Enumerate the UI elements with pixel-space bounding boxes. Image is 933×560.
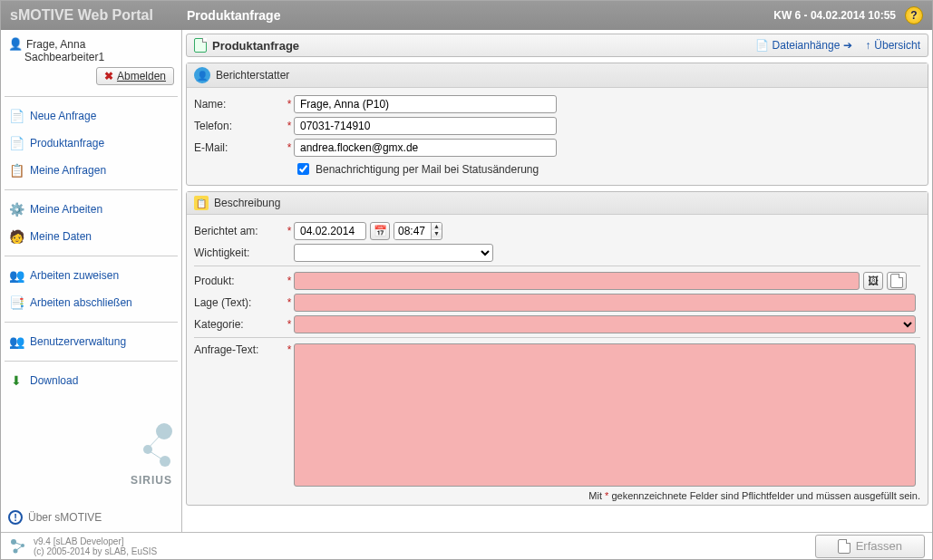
reported-time-spinner[interactable]: ▲▼ <box>394 222 442 240</box>
app-name: sMOTIVE Web Portal <box>10 7 187 24</box>
content-title: Produktanfrage <box>212 39 299 53</box>
calendar-icon[interactable]: 📅 <box>370 222 390 240</box>
content-header: Produktanfrage 📄 Dateianhänge ➔ ↑ Übersi… <box>186 34 928 57</box>
svg-line-1 <box>147 449 165 461</box>
category-select[interactable] <box>294 315 916 333</box>
version-text: v9.4 [sLAB Developer] <box>34 536 157 546</box>
request-text-input[interactable] <box>294 343 916 487</box>
description-heading: Beschreibung <box>214 197 280 209</box>
person-icon: 🧑 <box>8 228 24 245</box>
complete-icon: 📑 <box>8 294 24 311</box>
submit-doc-icon <box>838 539 850 554</box>
product-picker-icon[interactable]: 🖼 <box>863 272 883 290</box>
svg-line-6 <box>15 546 23 551</box>
phone-label: Telefon: <box>194 120 285 132</box>
reporter-icon: 👤 <box>194 67 210 83</box>
text-label: Anfrage-Text: <box>194 343 285 356</box>
phone-input[interactable] <box>294 117 557 135</box>
required-hint: Mit * gekennzeichnete Felder sind Pflich… <box>194 490 920 501</box>
reported-date-input[interactable] <box>294 222 366 240</box>
product-doc-icon[interactable] <box>887 272 907 290</box>
product-request-icon: 📄 <box>8 135 24 151</box>
user-name: Frage, Anna <box>26 38 85 51</box>
reported-label: Berichtet am: <box>194 225 285 237</box>
time-down-icon[interactable]: ▼ <box>432 230 442 237</box>
sidebar-item-meine-daten[interactable]: 🧑Meine Daten <box>5 223 178 250</box>
footer-logo <box>8 536 28 556</box>
download-icon: ⬇ <box>8 372 24 389</box>
name-input[interactable] <box>294 95 557 113</box>
submit-button[interactable]: Erfassen <box>815 535 925 558</box>
description-panel: 📋 Beschreibung Berichtet am: * 📅 ▲▼ Wich… <box>186 191 928 506</box>
name-label: Name: <box>194 98 285 111</box>
sidebar-item-arbeiten-abschliessen[interactable]: 📑Arbeiten abschließen <box>5 289 178 316</box>
new-request-icon: 📄 <box>8 108 24 124</box>
sidebar-item-meine-anfragen[interactable]: 📋Meine Anfragen <box>5 157 178 184</box>
notify-checkbox-row[interactable]: Benachrichtigung per Mail bei Statusände… <box>294 160 539 178</box>
reported-time-input[interactable] <box>394 223 431 239</box>
sidebar-item-download[interactable]: ⬇Download <box>5 367 178 394</box>
location-input[interactable] <box>294 294 916 312</box>
help-icon[interactable]: ? <box>905 6 923 24</box>
sidebar-item-benutzerverwaltung[interactable]: 👥Benutzerverwaltung <box>5 328 178 355</box>
user-icon: 👤 <box>8 37 23 51</box>
description-icon: 📋 <box>194 196 209 210</box>
user-role: Sachbearbeiter1 <box>24 51 174 63</box>
sidebar-item-arbeiten-zuweisen[interactable]: 👥Arbeiten zuweisen <box>5 262 178 289</box>
my-requests-icon: 📋 <box>8 162 24 179</box>
users-icon: 👥 <box>8 333 24 350</box>
arrow-right-icon: ➔ <box>843 39 852 52</box>
footer: v9.4 [sLAB Developer] (c) 2005-2014 by s… <box>1 532 932 559</box>
reporter-panel: 👤 Berichterstatter Name: * Telefon: * E-… <box>186 63 928 186</box>
sirius-logo: SIRIUS <box>118 420 172 487</box>
category-label: Kategorie: <box>194 318 285 331</box>
overview-link[interactable]: ↑ Übersicht <box>865 39 920 52</box>
reporter-heading: Berichterstatter <box>216 69 289 82</box>
notify-label: Benachrichtigung per Mail bei Statusände… <box>316 163 539 176</box>
info-icon: ! <box>8 510 23 525</box>
sidebar: 👤 Frage, Anna Sachbearbeiter1 ✖ Abmelden… <box>1 30 182 532</box>
logout-label: Abmelden <box>117 70 166 82</box>
notify-checkbox[interactable] <box>297 163 309 175</box>
sidebar-item-meine-arbeiten[interactable]: ⚙️Meine Arbeiten <box>5 196 178 223</box>
product-label: Produkt: <box>194 275 285 287</box>
timestamp: KW 6 - 04.02.2014 10:55 <box>773 9 896 22</box>
sidebar-item-produktanfrage[interactable]: 📄Produktanfrage <box>5 130 178 157</box>
document-icon <box>194 38 207 53</box>
time-up-icon[interactable]: ▲ <box>432 223 442 230</box>
logout-button[interactable]: ✖ Abmelden <box>96 67 174 85</box>
gear-icon: ⚙️ <box>8 201 24 217</box>
importance-label: Wichtigkeit: <box>194 246 285 259</box>
page-title: Produktanfrage <box>187 8 280 23</box>
product-input[interactable] <box>294 272 860 290</box>
about-link[interactable]: ! Über sMOTIVE <box>8 510 102 525</box>
copyright-text: (c) 2005-2014 by sLAB, EuSIS <box>34 546 157 556</box>
importance-select[interactable] <box>294 244 493 262</box>
app-header: sMOTIVE Web Portal Produktanfrage KW 6 -… <box>1 1 932 30</box>
close-icon: ✖ <box>104 70 113 82</box>
assign-icon: 👥 <box>8 267 24 284</box>
svg-line-0 <box>147 432 163 449</box>
attachment-icon: 📄 <box>755 39 769 52</box>
email-label: E-Mail: <box>194 141 285 154</box>
attachments-link[interactable]: 📄 Dateianhänge ➔ <box>755 39 853 52</box>
email-input[interactable] <box>294 139 557 157</box>
arrow-up-icon: ↑ <box>865 39 870 52</box>
user-block: 👤 Frage, Anna Sachbearbeiter1 ✖ Abmelden <box>5 35 178 91</box>
main-content: Produktanfrage 📄 Dateianhänge ➔ ↑ Übersi… <box>182 30 932 532</box>
location-label: Lage (Text): <box>194 296 285 309</box>
sidebar-item-neue-anfrage[interactable]: 📄Neue Anfrage <box>5 102 178 130</box>
